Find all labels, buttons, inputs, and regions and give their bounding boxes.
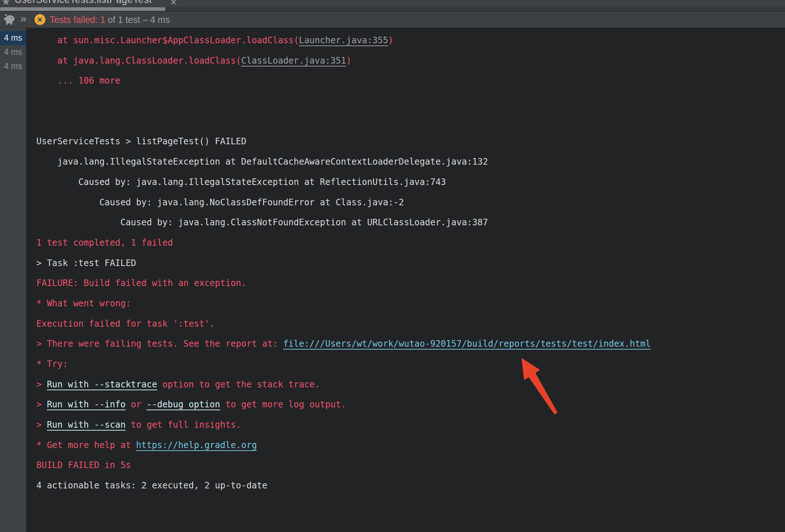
console-text: ... 106 more	[36, 76, 120, 86]
horizontal-scrollbar-thumb[interactable]	[0, 7, 165, 11]
test-duration-gutter: 4 ms4 ms4 ms	[0, 28, 26, 532]
console-link[interactable]: ClassLoader.java:351	[241, 56, 346, 66]
console-line: at sun.misc.Launcher$AppClassLoader.load…	[36, 31, 785, 51]
console-panel[interactable]: at sun.misc.Launcher$AppClassLoader.load…	[26, 28, 785, 532]
console-text: >	[36, 379, 47, 390]
console-line: 4 actionable tasks: 2 executed, 2 up-to-…	[36, 476, 785, 496]
console-link[interactable]: Launcher.java:355	[299, 35, 388, 45]
console-line: at java.lang.ClassLoader.loadClass(Class…	[36, 51, 785, 71]
console-line: java.lang.IllegalStateException at Defau…	[36, 152, 785, 172]
console-line: * Get more help at https://help.gradle.o…	[36, 435, 785, 456]
console-text: 4 actionable tasks: 2 executed, 2 up-to-…	[36, 480, 267, 491]
console-line: Execution failed for task ':test'.	[36, 314, 785, 334]
console-text: or	[126, 399, 147, 410]
duration-cell[interactable]: 4 ms	[0, 45, 26, 59]
console-text: >	[36, 420, 47, 430]
console-text: FAILURE: Build failed with an exception.	[36, 278, 246, 288]
console-line: * Try:	[36, 354, 785, 375]
console-link[interactable]: file:///Users/wt/work/wutao-920157/build…	[283, 339, 651, 349]
tests-failed-badge-icon: ✕	[35, 14, 45, 25]
console-output: at sun.misc.Launcher$AppClassLoader.load…	[26, 28, 785, 496]
console-text: * What went wrong:	[36, 298, 131, 309]
console-text: Execution failed for task ':test'.	[36, 319, 215, 329]
console-text: Caused by: java.lang.ClassNotFoundExcept…	[36, 217, 488, 227]
console-link[interactable]: --debug option	[146, 399, 220, 410]
duration-rows: 4 ms4 ms4 ms	[0, 28, 26, 73]
duration-cell[interactable]: 4 ms	[0, 31, 26, 45]
console-line: > Task :test FAILED	[36, 253, 785, 274]
console-text: BUILD FAILED in 5s	[36, 460, 131, 470]
duration-cell[interactable]: 4 ms	[0, 59, 26, 73]
console-line: ... 106 more	[36, 71, 785, 91]
console-text: at java.lang.ClassLoader.loadClass(	[36, 56, 241, 66]
console-line: > There were failing tests. See the repo…	[36, 334, 785, 354]
console-text: to get full insights.	[126, 420, 241, 430]
status-failed-text: Tests failed: 1	[50, 15, 105, 25]
console-text: 1 test completed, 1 failed	[36, 238, 173, 248]
console-text: to get more log output.	[220, 399, 346, 410]
console-line: Caused by: java.lang.IllegalStateExcepti…	[36, 172, 785, 193]
tab-title[interactable]: UserServiceTests.listPageTest	[15, 0, 152, 5]
console-link[interactable]: Run with --scan	[47, 420, 126, 430]
console-line: > Run with --info or --debug option to g…	[36, 395, 785, 415]
console-text: * Get more help at	[36, 440, 136, 450]
console-line: Caused by: java.lang.ClassNotFoundExcept…	[36, 213, 785, 233]
console-line: Caused by: java.lang.NoClassDefFoundErro…	[36, 193, 785, 213]
console-text: > There were failing tests. See the repo…	[36, 339, 283, 349]
console-text: Caused by: java.lang.NoClassDefFoundErro…	[36, 197, 404, 207]
test-run-toolbar: » ✕ Tests failed: 1 of 1 test – 4 ms	[0, 12, 785, 28]
console-text: at sun.misc.Launcher$AppClassLoader.load…	[36, 35, 299, 45]
console-text: )	[388, 35, 393, 45]
console-line	[36, 91, 785, 112]
console-line: BUILD FAILED in 5s	[36, 455, 785, 476]
tab-close-icon[interactable]: ✕	[170, 0, 177, 7]
console-link[interactable]: Run with --info	[47, 399, 126, 410]
console-line: > Run with --scan to get full insights.	[36, 415, 785, 435]
console-link[interactable]: Run with --stacktrace	[47, 379, 157, 390]
console-text: * Try:	[36, 359, 68, 369]
console-link[interactable]: https://help.gradle.org	[136, 440, 257, 450]
status-detail-text: of 1 test – 4 ms	[105, 15, 170, 25]
console-text: )	[346, 56, 351, 66]
console-line: 1 test completed, 1 failed	[36, 233, 785, 253]
horizontal-scrollbar-track	[0, 7, 785, 12]
console-line: * What went wrong:	[36, 294, 785, 314]
gradle-task-icon: ★	[1, 0, 11, 7]
console-line: > Run with --stacktrace option to get th…	[36, 375, 785, 395]
chevron-double-right-icon[interactable]: »	[20, 13, 27, 24]
console-line: FAILURE: Build failed with an exception.	[36, 273, 785, 294]
console-line	[36, 112, 785, 132]
console-text: >	[36, 399, 47, 410]
console-text: java.lang.IllegalStateException at Defau…	[36, 157, 488, 167]
console-text: option to get the stack trace.	[157, 379, 320, 390]
gradle-elephant-icon	[3, 13, 16, 26]
console-line: UserServiceTests > listPageTest() FAILED	[36, 132, 785, 152]
editor-tab-bar: ★ UserServiceTests.listPageTest ✕	[0, 0, 785, 7]
console-text: UserServiceTests > listPageTest() FAILED	[36, 136, 246, 146]
ide-test-runner-window: ★ UserServiceTests.listPageTest ✕ » ✕ Te…	[0, 0, 785, 532]
test-status-text: Tests failed: 1 of 1 test – 4 ms	[50, 15, 170, 25]
console-text: Caused by: java.lang.IllegalStateExcepti…	[36, 177, 446, 187]
console-text: > Task :test FAILED	[36, 258, 136, 268]
